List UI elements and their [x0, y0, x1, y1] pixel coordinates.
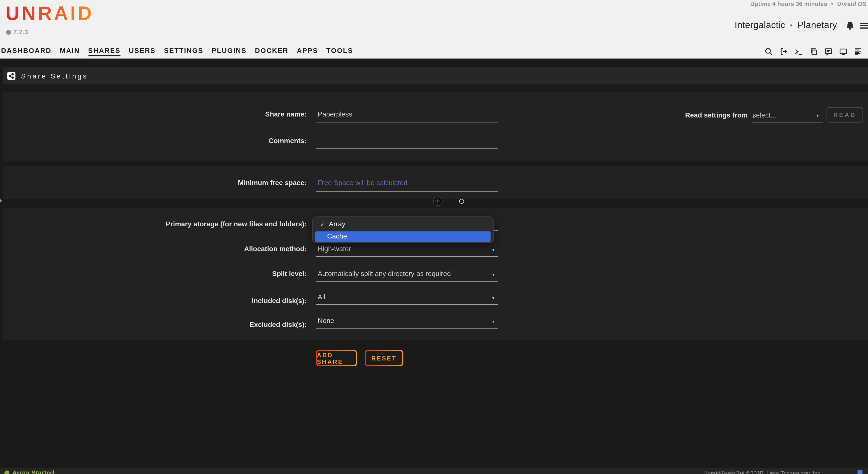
feedback-icon[interactable]: [824, 47, 833, 56]
read-settings-select[interactable]: select...: [752, 111, 776, 119]
dropdown-option-cache[interactable]: Cache: [315, 231, 491, 242]
cursor-ring: [459, 199, 464, 204]
excluded-disks-select[interactable]: None: [318, 317, 334, 325]
footer-status-dot: [4, 470, 9, 474]
array-status-text: Array Started: [12, 469, 54, 474]
split-level-label: Split level:: [0, 270, 307, 278]
read-settings-label: Read settings from ←: [685, 111, 758, 119]
nav-item-docker[interactable]: DOCKER: [255, 47, 288, 56]
dropdown-option-array[interactable]: ✓ Array: [320, 221, 345, 228]
unraid-logo[interactable]: UNRAID: [5, 2, 94, 24]
version-icon: [6, 30, 11, 35]
reset-button[interactable]: RESET: [365, 350, 403, 366]
add-share-button[interactable]: ADD SHARE: [316, 350, 357, 366]
version-badge: 7.2.3: [6, 28, 28, 36]
server-identity: Intergalactic Planetary: [735, 20, 868, 31]
header: Uptime 4 hours 36 minutes•Unraid OS Star…: [0, 0, 868, 59]
read-settings-label-text: Read settings from: [685, 111, 748, 119]
allocation-method-label: Allocation method:: [0, 245, 307, 253]
comments-underline: [316, 148, 498, 149]
split-level-underline: [316, 281, 498, 282]
terminal-icon[interactable]: [795, 47, 803, 56]
page-titlebar: Share Settings: [3, 67, 868, 84]
nav-item-settings[interactable]: SETTINGS: [164, 47, 204, 56]
allocation-method-select[interactable]: High-water: [318, 245, 351, 253]
reset-button-label: RESET: [366, 351, 403, 365]
min-free-space-underline: [316, 191, 498, 192]
log-icon[interactable]: [854, 47, 862, 56]
os-edition-text: Unraid OS Starter: [837, 0, 868, 7]
included-disks-select[interactable]: All: [318, 293, 326, 301]
excluded-disks-label: Excluded disk(s):: [0, 321, 307, 329]
notification-bell-icon[interactable]: [845, 21, 855, 30]
excluded-disks-underline: [316, 328, 498, 329]
allocation-method-underline: [316, 256, 498, 257]
included-disks-label: Included disk(s):: [0, 297, 307, 305]
sign-out-icon[interactable]: [779, 47, 788, 56]
server-separator-dot: [790, 24, 793, 27]
nav-item-shares[interactable]: SHARES: [88, 47, 121, 56]
footer-info-icon[interactable]: [858, 470, 863, 474]
remote-desktop-icon[interactable]: [839, 47, 847, 56]
nav-item-dashboard[interactable]: DASHBOARD: [1, 47, 52, 56]
nav-item-users[interactable]: USERS: [129, 47, 156, 56]
footer: Array Started Unraid®webGui ©2025, Lime …: [0, 468, 868, 474]
nav-item-main[interactable]: MAIN: [60, 47, 80, 56]
toolbar-icons: [765, 44, 868, 59]
dropdown-option-array-label: Array: [329, 221, 345, 228]
array-status: Array Started: [4, 469, 54, 474]
copy-icon[interactable]: [809, 47, 817, 56]
version-text: 7.2.3: [13, 28, 28, 36]
share-name-underline: [316, 123, 498, 123]
nav-item-tools[interactable]: TOOLS: [327, 47, 353, 56]
copyright-text: Unraid®webGui ©2025, Lime Technology, In…: [704, 470, 822, 474]
read-settings-caret-icon[interactable]: ▾: [816, 113, 818, 118]
share-name-label: Share name:: [0, 110, 307, 118]
included-disks-caret-icon[interactable]: ▾: [492, 295, 494, 300]
edge-dot: [0, 199, 2, 202]
unraid-share-settings-screen: Uptime 4 hours 36 minutes•Unraid OS Star…: [0, 0, 868, 474]
excluded-disks-caret-icon[interactable]: ▾: [492, 319, 494, 324]
panel-share-identity: [3, 92, 868, 161]
cursor-move-icon: [433, 197, 443, 206]
min-free-space-input[interactable]: Free Space will be calculated: [318, 179, 407, 187]
server-name: Intergalactic: [735, 20, 785, 31]
menu-icon[interactable]: [860, 21, 868, 30]
primary-storage-label: Primary storage (for new files and folde…: [0, 221, 307, 228]
server-description: Planetary: [797, 20, 837, 31]
uptime-status: Uptime 4 hours 36 minutes•Unraid OS Star…: [750, 0, 868, 7]
main-nav: DASHBOARD MAIN SHARES USERS SETTINGS PLU…: [1, 44, 353, 59]
nav-item-plugins[interactable]: PLUGINS: [212, 47, 247, 56]
read-button[interactable]: READ: [827, 107, 863, 123]
split-level-select[interactable]: Automatically split any directory as req…: [318, 270, 451, 278]
add-share-button-label: ADD SHARE: [317, 351, 356, 365]
split-level-caret-icon[interactable]: ▾: [492, 272, 494, 277]
check-icon: ✓: [320, 221, 325, 228]
page-title: Share Settings: [21, 72, 88, 80]
share-name-input[interactable]: Paperpless: [318, 110, 352, 118]
search-icon[interactable]: [765, 47, 773, 56]
share-settings-icon: [7, 72, 16, 80]
primary-storage-dropdown: ✓ Array Cache: [312, 216, 494, 243]
allocation-method-caret-icon[interactable]: ▾: [492, 247, 494, 252]
uptime-text: Uptime 4 hours 36 minutes: [750, 0, 827, 7]
uptime-separator-dot: •: [831, 0, 833, 7]
nav-item-apps[interactable]: APPS: [297, 47, 318, 56]
included-disks-underline: [316, 304, 498, 305]
read-settings-underline: [752, 123, 823, 123]
comments-label: Comments:: [0, 137, 307, 144]
min-free-space-label: Minimum free space:: [0, 179, 307, 187]
